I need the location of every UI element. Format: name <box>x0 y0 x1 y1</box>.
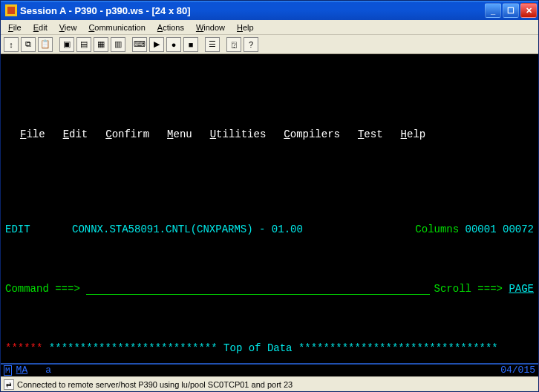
menubar: FileEditViewCommunicationActionsWindowHe… <box>1 20 538 35</box>
col-to: 00072 <box>503 223 534 235</box>
edit-header: EDIT CONNX.STA58091.CNTL(CNXPARMS) - 01.… <box>5 223 534 235</box>
maximize-button[interactable]: ☐ <box>503 3 519 18</box>
connection-icon: ⇄ <box>4 379 14 390</box>
command-row: Command ===> Scroll ===> PAGE <box>5 283 534 295</box>
scroll-label: Scroll ===> <box>434 283 503 295</box>
paste-icon[interactable]: 📋 <box>38 37 53 52</box>
ispf-help[interactable]: Help <box>401 128 426 140</box>
menu-file[interactable]: File <box>2 22 27 33</box>
terminal[interactable]: FileEditConfirmMenuUtilitiesCompilersTes… <box>1 54 538 376</box>
copy-icon[interactable]: ⧉ <box>21 37 36 52</box>
menu-edit[interactable]: Edit <box>27 22 53 33</box>
app-window: Session A - P390 - p390.ws - [24 x 80] _… <box>0 0 539 392</box>
rcv-icon[interactable]: ▤ <box>76 37 91 52</box>
top-of-data: ****** *************************** Top o… <box>5 342 534 354</box>
toolbar: ↕⧉📋▣▤▦▥⌨▶●■☰⍰? <box>1 35 538 54</box>
mode-label: EDIT <box>5 223 72 235</box>
close-button[interactable]: ✕ <box>520 3 537 18</box>
window-buttons: _ ☐ ✕ <box>485 3 537 18</box>
columns-label: Columns <box>415 223 459 235</box>
dataset-name: CONNX.STA58091.CNTL(CNXPARMS) - 01.00 <box>72 223 303 235</box>
ispf-edit[interactable]: Edit <box>63 128 106 140</box>
scroll-value[interactable]: PAGE <box>509 283 534 295</box>
window-title: Session A - P390 - p390.ws - [24 x 80] <box>20 5 485 16</box>
ispf-compilers[interactable]: Compilers <box>284 128 358 140</box>
ispf-utilities[interactable]: Utilities <box>210 128 284 140</box>
oia-sys: M <box>4 365 12 376</box>
menu-actions[interactable]: Actions <box>151 22 190 33</box>
help-icon[interactable]: ? <box>244 37 258 52</box>
operator-info-area: M MA a 04/015 <box>1 363 538 376</box>
ispf-confirm[interactable]: Confirm <box>105 128 167 140</box>
disp-icon[interactable]: ▦ <box>94 37 108 52</box>
status-text: Connected to remote server/host P390 usi… <box>17 380 293 389</box>
command-label: Command ===> <box>5 283 80 295</box>
stop-icon[interactable]: ■ <box>183 37 198 52</box>
menu-window[interactable]: Window <box>190 22 231 33</box>
ptr-icon[interactable]: ↕ <box>4 37 19 52</box>
cursor-position: 04/015 <box>500 365 535 376</box>
col-from: 00001 <box>466 223 497 235</box>
ispf-menu[interactable]: Menu <box>167 128 210 140</box>
rec-icon[interactable]: ● <box>166 37 181 52</box>
oia-ind-2: a <box>45 365 51 376</box>
app-icon <box>5 4 17 16</box>
menu-view[interactable]: View <box>53 22 83 33</box>
ispf-separator <box>5 164 534 176</box>
command-input[interactable] <box>86 283 429 295</box>
page-icon[interactable]: ☰ <box>205 37 220 52</box>
ispf-menu-blank <box>5 93 534 105</box>
menu-communication[interactable]: Communication <box>82 22 151 33</box>
play-icon[interactable]: ▶ <box>149 37 164 52</box>
a-icon[interactable]: ⍰ <box>226 37 241 52</box>
color-icon[interactable]: ▥ <box>111 37 125 52</box>
titlebar[interactable]: Session A - P390 - p390.ws - [24 x 80] _… <box>1 1 538 20</box>
minimize-button[interactable]: _ <box>485 3 501 18</box>
ispf-file[interactable]: File <box>20 128 63 140</box>
ispf-test[interactable]: Test <box>358 128 401 140</box>
oia-ind-1: MA <box>16 365 28 376</box>
map-icon[interactable]: ⌨ <box>132 37 147 52</box>
ispf-menu[interactable]: FileEditConfirmMenuUtilitiesCompilersTes… <box>5 128 534 140</box>
statusbar: ⇄ Connected to remote server/host P390 u… <box>1 376 538 391</box>
snd-icon[interactable]: ▣ <box>59 37 74 52</box>
menu-help[interactable]: Help <box>231 22 260 33</box>
